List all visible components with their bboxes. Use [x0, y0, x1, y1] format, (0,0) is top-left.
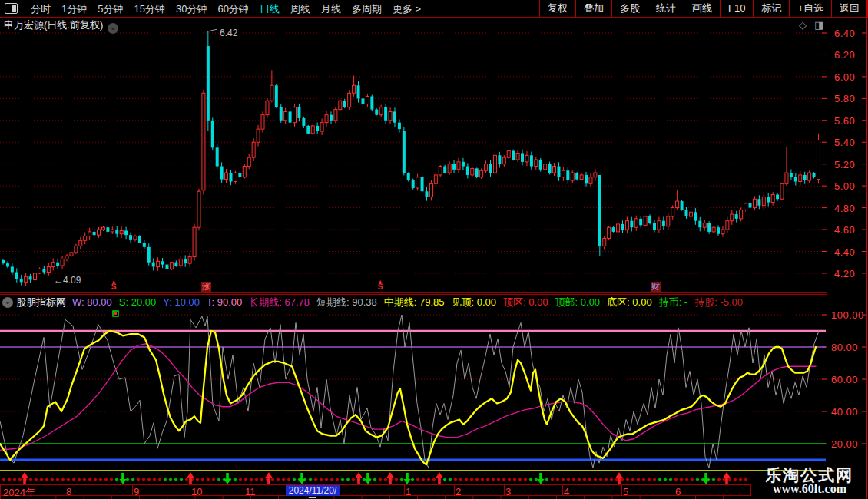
price-axis-label: 6.00 [834, 71, 855, 83]
signal-arrow-up [356, 472, 363, 484]
signal-arrow-up [387, 472, 394, 484]
price-axis-label: 4.20 [834, 268, 855, 279]
news-badge[interactable]: 涨 [201, 282, 211, 292]
date-axis-label: 11 [245, 486, 256, 497]
date-axis-label: 9 [134, 486, 139, 497]
date-axis-label: 8 [66, 486, 71, 497]
indicator-field-持股: 持股: -5.00 [694, 296, 743, 309]
price-axis-label: 4.60 [834, 224, 855, 236]
crosshair-date-box: 2024/11/20/三 [286, 485, 340, 496]
price-axis-label: 6.20 [834, 49, 855, 61]
date-axis-label: 1 [406, 486, 411, 497]
indicator-axis-label: 20.00 [831, 438, 858, 450]
chevron-down-icon[interactable]: ⌄ [2, 297, 13, 308]
indicator-field-见顶: 见顶: 0.00 [452, 296, 497, 309]
date-axis-label: 2024年 [3, 486, 35, 499]
indicator-field-S: S: 20.00 [119, 296, 156, 308]
buy-signal-marker: ▲S [109, 279, 118, 290]
diamond-strip-green [115, 478, 716, 482]
date-axis-label: 2 [456, 486, 461, 497]
high-annotation: 6.42 [220, 28, 237, 38]
signal-arrow-up [187, 472, 194, 484]
indicator-series-长期线 [0, 344, 816, 451]
watermark-site-url: www.60lt.com [773, 482, 846, 496]
indicator-field-持币: 持币: - [659, 296, 688, 309]
signal-arrow-up [436, 472, 443, 484]
indicator-field-底区: 底区: 0.00 [607, 296, 652, 309]
price-axis-label: 4.40 [834, 246, 855, 258]
indicator-axis-label: 60.00 [831, 374, 858, 385]
indicator-field-T: T: 90.00 [207, 296, 242, 308]
indicator-series-中期线 [0, 331, 816, 464]
price-axis-label: 5.40 [834, 137, 855, 148]
news-badge[interactable]: 财 [651, 282, 661, 292]
date-axis-label: 6 [675, 486, 681, 497]
indicator-axis-label: 80.00 [831, 342, 858, 353]
indicator-axis-label: 40.00 [831, 406, 858, 418]
low-annotation: ←4.09 [54, 275, 81, 286]
price-axis-label: 5.00 [834, 180, 855, 192]
chart-graphics[interactable] [0, 0, 868, 499]
indicator-field-短期线: 短期线: 90.38 [316, 296, 377, 309]
indicator-field-中期线: 中期线: 79.85 [384, 296, 445, 309]
signal-arrow-down [120, 473, 127, 484]
signal-arrow-up [22, 472, 28, 484]
signal-arrow-up [266, 472, 273, 484]
date-axis-label: 5 [623, 486, 628, 497]
price-axis-label: 5.80 [834, 93, 855, 104]
indicator-axis-label: 100.00 [831, 309, 864, 321]
indicator-field-顶部: 顶部: 0.00 [555, 296, 601, 309]
indicator-field-Y: Y: 10.00 [163, 296, 200, 308]
signal-arrow-down [404, 473, 411, 484]
indicator-field-W: W: 80.00 [72, 296, 112, 308]
price-axis-label: 4.80 [834, 203, 855, 214]
price-axis-label: 5.60 [834, 115, 855, 127]
indicator-series-短期线 [0, 315, 819, 468]
date-axis-label: 3 [505, 486, 511, 497]
trading-app-window: 分时1分钟5分钟15分钟30分钟60分钟日线周线月线多周期更多 > 复权叠加多股… [0, 0, 868, 499]
indicator-source-name[interactable]: 股朋指标网 [16, 296, 66, 309]
price-axis-label: 5.20 [834, 159, 855, 170]
price-axis-label: 6.40 [834, 28, 855, 39]
buy-signal-marker: ▲S [376, 279, 385, 290]
date-axis-label: 10 [191, 486, 202, 497]
indicator-header: ⌄ 股朋指标网 W: 80.00S: 20.00Y: 10.00T: 90.00… [0, 294, 827, 309]
date-axis-label: 4 [564, 486, 569, 497]
signal-arrow-down [538, 473, 545, 484]
indicator-field-顶区: 顶区: 0.00 [503, 296, 548, 309]
indicator-field-长期线: 长期线: 67.78 [249, 296, 310, 309]
